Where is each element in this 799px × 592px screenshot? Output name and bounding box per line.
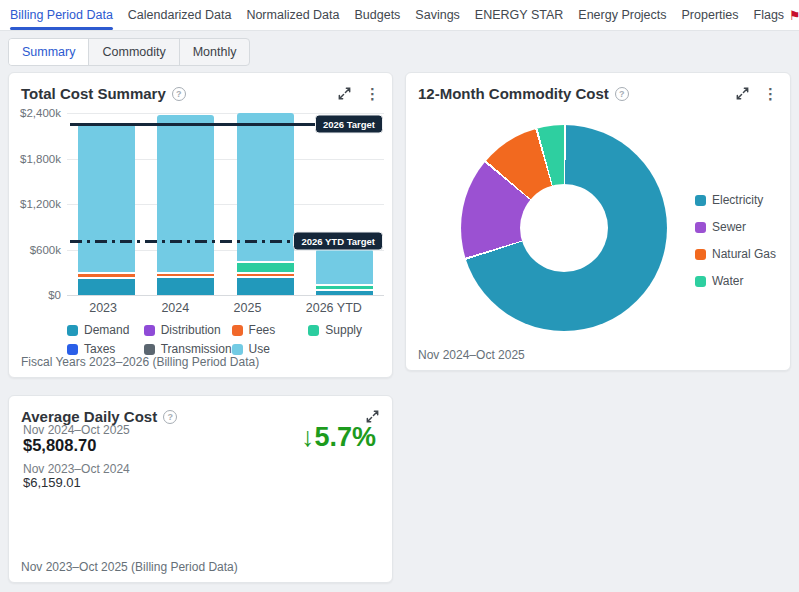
bar-2025[interactable]: [237, 113, 294, 295]
bar-chart-xlabels: 2023202420252026 YTD: [67, 301, 384, 315]
flag-icon: ⚑: [789, 9, 799, 22]
subtab-summary[interactable]: Summary: [9, 39, 89, 65]
help-icon[interactable]: ?: [172, 87, 186, 101]
legend-item-taxes[interactable]: Taxes: [67, 342, 144, 356]
nav-tab-label: Budgets: [354, 8, 400, 22]
bar-segment-fees: [157, 274, 214, 276]
nav-tab-label: Properties: [682, 8, 739, 22]
target-label-2026-ytd-target: 2026 YTD Target: [293, 232, 383, 251]
kebab-menu-icon[interactable]: ⋮: [763, 86, 778, 101]
target-line-2026-target: 2026 Target: [70, 123, 381, 126]
nav-tab-flags[interactable]: Flags⚑: [754, 0, 799, 30]
commodity-cost-card: 12-Month Commodity Cost ? ⋮ ElectricityS…: [405, 72, 791, 371]
bar-chart-legend: DemandDistributionFeesSupplyTaxesTransmi…: [67, 323, 385, 356]
legend-swatch: [695, 276, 706, 287]
legend-swatch: [232, 344, 243, 355]
bar-2026-ytd[interactable]: [316, 249, 373, 295]
legend-label: Transmission: [161, 342, 232, 356]
bar-chart-plot: 2026 Target2026 YTD Target: [67, 113, 384, 295]
legend-swatch: [308, 325, 319, 336]
nav-tab-label: Billing Period Data: [10, 8, 113, 22]
legend-item-natural-gas[interactable]: Natural Gas: [695, 247, 776, 261]
subtab-monthly[interactable]: Monthly: [180, 39, 250, 65]
bar-segment-demand: [237, 278, 294, 295]
legend-label: Distribution: [161, 323, 221, 337]
donut-chart[interactable]: [461, 125, 667, 331]
bar-2023[interactable]: [78, 124, 135, 295]
bar-chart-bars: [67, 113, 384, 295]
donut-hole: [520, 184, 608, 272]
kebab-menu-icon[interactable]: ⋮: [365, 86, 380, 101]
nav-tab-energy-projects[interactable]: Energy Projects: [578, 0, 666, 30]
legend-swatch: [695, 249, 706, 260]
nav-tab-normalized-data[interactable]: Normalized Data: [246, 0, 339, 30]
legend-label: Sewer: [712, 220, 746, 234]
nav-tab-billing-period-data[interactable]: Billing Period Data: [10, 0, 113, 30]
legend-item-demand[interactable]: Demand: [67, 323, 144, 337]
card-header: Average Daily Cost ?: [9, 396, 392, 425]
legend-item-electricity[interactable]: Electricity: [695, 193, 776, 207]
nav-tab-label: Normalized Data: [246, 8, 339, 22]
legend-swatch: [67, 325, 78, 336]
nav-tab-label: ENERGY STAR: [475, 8, 563, 22]
donut-legend: ElectricitySewerNatural GasWater: [695, 193, 776, 288]
subtab-commodity[interactable]: Commodity: [89, 39, 179, 65]
x-axis-label-2026-ytd: 2026 YTD: [306, 301, 362, 315]
legend-item-distribution[interactable]: Distribution: [144, 323, 232, 337]
nav-tab-energy-star[interactable]: ENERGY STAR: [475, 0, 563, 30]
legend-item-use[interactable]: Use: [232, 342, 309, 356]
y-axis-tick: $600k: [30, 244, 61, 256]
card-title: Total Cost Summary: [21, 85, 166, 102]
bar-2024[interactable]: [157, 115, 214, 295]
legend-label: Natural Gas: [712, 247, 776, 261]
y-axis-tick: $1,200k: [20, 198, 61, 210]
nav-tab-label: Savings: [415, 8, 459, 22]
current-period-label: Nov 2024–Oct 2025: [23, 423, 130, 437]
legend-swatch: [67, 344, 78, 355]
legend-item-water[interactable]: Water: [695, 274, 776, 288]
legend-swatch: [144, 325, 155, 336]
legend-item-fees[interactable]: Fees: [232, 323, 309, 337]
average-daily-cost-card: Average Daily Cost ? Nov 2024–Oct 2025 $…: [8, 395, 393, 583]
target-line-2026-ytd-target: 2026 YTD Target: [70, 240, 381, 243]
legend-item-supply[interactable]: Supply: [308, 323, 385, 337]
x-axis-label-2024: 2024: [161, 301, 189, 315]
previous-period-value: $6,159.01: [23, 475, 81, 490]
view-subtabs: SummaryCommodityMonthly: [8, 38, 250, 66]
nav-tab-properties[interactable]: Properties: [682, 0, 739, 30]
x-axis-label-2025: 2025: [234, 301, 262, 315]
bar-chart: $2,400k$1,800k$1,200k$600k$0 2026 Target…: [19, 113, 386, 313]
bar-segment-demand: [316, 291, 373, 295]
nav-tab-label: Calendarized Data: [128, 8, 232, 22]
bar-segment-fees: [78, 274, 135, 276]
help-icon[interactable]: ?: [615, 87, 629, 101]
card-footer: Fiscal Years 2023–2026 (Billing Period D…: [21, 355, 259, 369]
bar-segment-demand: [78, 279, 135, 295]
bar-segment-supply: [316, 286, 373, 289]
nav-tab-label: Flags: [754, 8, 785, 22]
legend-swatch: [232, 325, 243, 336]
expand-icon[interactable]: [337, 86, 352, 101]
legend-label: Demand: [84, 323, 129, 337]
bar-segment-fees: [237, 274, 294, 276]
x-axis-label-2023: 2023: [89, 301, 117, 315]
y-axis-tick: $2,400k: [20, 107, 61, 119]
bar-segment-demand: [157, 278, 214, 295]
y-axis-tick: $1,800k: [20, 153, 61, 165]
legend-item-transmission[interactable]: Transmission: [144, 342, 232, 356]
help-icon[interactable]: ?: [163, 410, 177, 424]
card-footer: Nov 2023–Oct 2025 (Billing Period Data): [21, 560, 238, 574]
nav-tab-savings[interactable]: Savings: [415, 0, 459, 30]
y-axis-tick: $0: [48, 289, 61, 301]
gridline: [67, 295, 384, 296]
legend-item-sewer[interactable]: Sewer: [695, 220, 776, 234]
nav-tab-budgets[interactable]: Budgets: [354, 0, 400, 30]
card-header: Total Cost Summary ? ⋮: [9, 73, 392, 102]
legend-label: Electricity: [712, 193, 763, 207]
bar-segment-supply: [237, 263, 294, 271]
expand-icon[interactable]: [735, 86, 750, 101]
nav-tab-calendarized-data[interactable]: Calendarized Data: [128, 0, 232, 30]
total-cost-summary-card: Total Cost Summary ? ⋮ $2,400k$1,800k$1,…: [8, 72, 393, 378]
bar-segment-use: [157, 115, 214, 272]
legend-label: Taxes: [84, 342, 115, 356]
